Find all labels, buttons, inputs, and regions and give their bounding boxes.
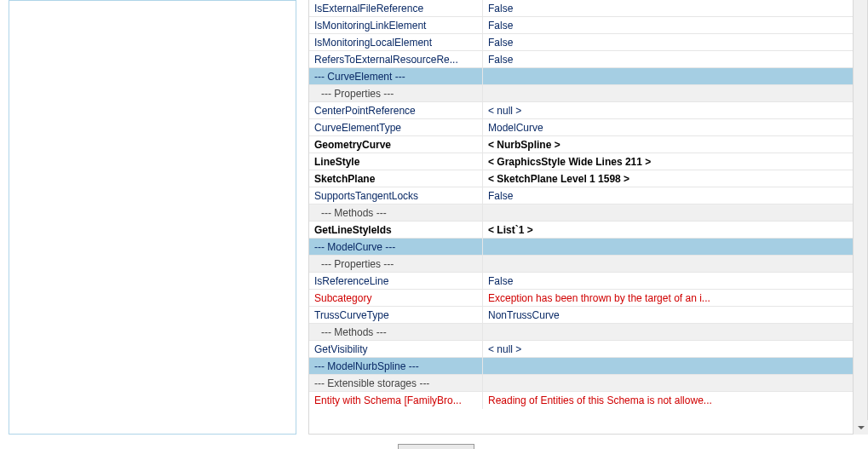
property-row[interactable]: GeometryCurve< NurbSpline > bbox=[309, 136, 853, 153]
property-name: SupportsTangentLocks bbox=[309, 187, 483, 204]
scrollbar-vertical[interactable] bbox=[854, 0, 868, 435]
property-value bbox=[483, 358, 853, 374]
property-value: Exception has been thrown by the target … bbox=[483, 290, 853, 306]
property-row[interactable]: --- CurveElement --- bbox=[309, 68, 853, 85]
property-row[interactable]: --- Extensible storages --- bbox=[309, 375, 853, 392]
property-value bbox=[483, 85, 853, 101]
property-row[interactable]: RefersToExternalResourceRe...False bbox=[309, 51, 853, 68]
property-value: False bbox=[483, 273, 853, 289]
property-value bbox=[483, 68, 853, 84]
property-name: SketchPlane bbox=[309, 170, 483, 187]
property-value: False bbox=[483, 0, 853, 16]
property-row[interactable]: SupportsTangentLocksFalse bbox=[309, 187, 853, 204]
property-row[interactable]: SketchPlane< SketchPlane Level 1 1598 > bbox=[309, 170, 853, 187]
property-value: < null > bbox=[483, 102, 853, 118]
property-row[interactable]: --- Methods --- bbox=[309, 324, 853, 341]
property-name: TrussCurveType bbox=[309, 307, 483, 323]
property-value bbox=[483, 375, 853, 391]
property-name: --- Methods --- bbox=[309, 204, 483, 221]
property-value: < List`1 > bbox=[483, 222, 853, 238]
tree-panel bbox=[9, 0, 296, 435]
property-name: --- Methods --- bbox=[309, 324, 483, 340]
property-row[interactable]: GetVisibility< null > bbox=[309, 341, 853, 358]
property-value bbox=[483, 204, 853, 221]
property-row[interactable]: CenterPointReference< null > bbox=[309, 102, 853, 119]
property-name: GeometryCurve bbox=[309, 136, 483, 153]
property-row[interactable]: GetLineStyleIds< List`1 > bbox=[309, 222, 853, 239]
property-row[interactable]: --- ModelCurve --- bbox=[309, 239, 853, 256]
property-name: LineStyle bbox=[309, 153, 483, 170]
property-value: False bbox=[483, 34, 853, 50]
property-row[interactable]: SubcategoryException has been thrown by … bbox=[309, 290, 853, 307]
property-row[interactable]: LineStyle< GraphicsStyle Wide Lines 211 … bbox=[309, 153, 853, 170]
property-name: --- CurveElement --- bbox=[309, 68, 483, 84]
property-value: ModelCurve bbox=[483, 119, 853, 135]
property-value: < GraphicsStyle Wide Lines 211 > bbox=[483, 153, 853, 170]
property-row[interactable]: Entity with Schema [FamilyBro...Reading … bbox=[309, 392, 853, 409]
property-value: Reading of Entities of this Schema is no… bbox=[483, 392, 853, 409]
property-value: < SketchPlane Level 1 1598 > bbox=[483, 170, 853, 187]
property-row[interactable]: IsMonitoringLocalElementFalse bbox=[309, 34, 853, 51]
property-row[interactable]: IsReferenceLineFalse bbox=[309, 273, 853, 290]
property-name: IsExternalFileReference bbox=[309, 0, 483, 16]
property-name: --- Properties --- bbox=[309, 85, 483, 101]
property-row[interactable]: IsMonitoringLinkElementFalse bbox=[309, 17, 853, 34]
property-name: CurveElementType bbox=[309, 119, 483, 135]
property-name: IsMonitoringLinkElement bbox=[309, 17, 483, 33]
property-row[interactable]: --- Properties --- bbox=[309, 256, 853, 273]
property-name: GetVisibility bbox=[309, 341, 483, 357]
property-name: Subcategory bbox=[309, 290, 483, 306]
property-value: False bbox=[483, 17, 853, 33]
property-row[interactable]: --- Methods --- bbox=[309, 204, 853, 222]
property-row[interactable]: --- ModelNurbSpline --- bbox=[309, 358, 853, 375]
property-value: False bbox=[483, 187, 853, 204]
property-name: --- Extensible storages --- bbox=[309, 375, 483, 391]
property-name: IsMonitoringLocalElement bbox=[309, 34, 483, 50]
property-name: GetLineStyleIds bbox=[309, 222, 483, 238]
property-row[interactable]: IsExternalFileReferenceFalse bbox=[309, 0, 853, 17]
property-row[interactable]: CurveElementTypeModelCurve bbox=[309, 119, 853, 136]
property-wrapper: IsExternalFileReferenceFalseIsMonitoring… bbox=[308, 0, 861, 435]
property-name: RefersToExternalResourceRe... bbox=[309, 51, 483, 67]
property-name: --- Properties --- bbox=[309, 256, 483, 272]
property-value: < null > bbox=[483, 341, 853, 357]
property-name: IsReferenceLine bbox=[309, 273, 483, 289]
scrollbar-down-button[interactable] bbox=[854, 420, 868, 435]
property-value: < NurbSpline > bbox=[483, 136, 853, 153]
property-value: False bbox=[483, 51, 853, 67]
property-row[interactable]: TrussCurveTypeNonTrussCurve bbox=[309, 307, 853, 324]
property-name: CenterPointReference bbox=[309, 102, 483, 118]
property-name: --- ModelNurbSpline --- bbox=[309, 358, 483, 374]
property-value bbox=[483, 239, 853, 255]
chevron-down-icon bbox=[858, 426, 865, 429]
property-value bbox=[483, 324, 853, 340]
ok-button[interactable]: OK bbox=[398, 444, 474, 449]
property-value: NonTrussCurve bbox=[483, 307, 853, 323]
property-name: Entity with Schema [FamilyBro... bbox=[309, 392, 483, 409]
property-row[interactable]: --- Properties --- bbox=[309, 85, 853, 102]
property-name: --- ModelCurve --- bbox=[309, 239, 483, 255]
property-value bbox=[483, 256, 853, 272]
property-list: IsExternalFileReferenceFalseIsMonitoring… bbox=[308, 0, 854, 435]
